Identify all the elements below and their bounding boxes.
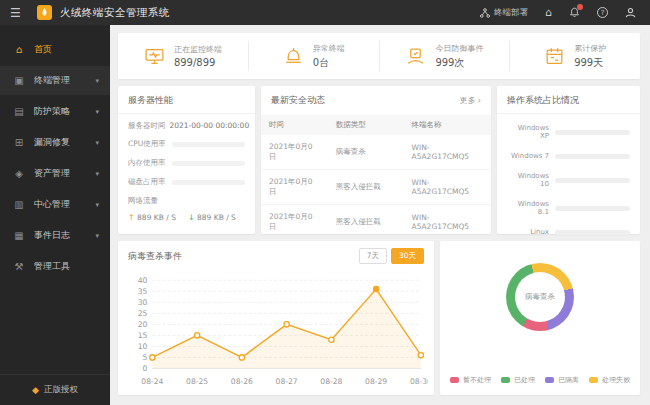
- more-link[interactable]: 更多 ›: [460, 95, 481, 106]
- panel-title: 操作系统占比情况: [497, 86, 640, 114]
- topbar-actions: 终端部署 ⌂ ?: [480, 7, 650, 19]
- legend-color-chip: [450, 377, 459, 383]
- stat-label: 今日防御事件: [435, 43, 483, 54]
- log-icon: ▦: [13, 230, 25, 241]
- chevron-down-icon: ▾: [95, 77, 99, 85]
- svg-text:30: 30: [138, 298, 148, 307]
- svg-text:35: 35: [138, 287, 148, 296]
- security-feed-table: 时间 数据类型 终端名称 2021年0月0日 病毒查杀 WIN-A5A2G17C…: [261, 115, 491, 240]
- main-content: 正在监控终端899/899 异常终端0台 今日防御事件999次 累计保护999天…: [110, 25, 650, 405]
- tools-icon: ⚒: [13, 261, 25, 272]
- stat-value: 999天: [574, 56, 606, 70]
- stat-defense-events: 今日防御事件999次: [380, 41, 511, 71]
- svg-text:40: 40: [138, 276, 148, 285]
- svg-text:08-27: 08-27: [276, 377, 298, 386]
- donut-chart: 病毒查杀: [506, 263, 574, 331]
- upload-arrow-icon: ↑: [128, 213, 135, 222]
- topbar: ☰ 火绒终端安全管理系统 终端部署 ⌂ ?: [0, 0, 650, 25]
- calendar-icon: [544, 46, 565, 67]
- server-time-value: 2021-00-00 00:00:00: [170, 121, 250, 131]
- sidebar: ⌂ 首页 ▣ 终端管理 ▾ ▤ 防护策略 ▾ ⊞ 漏洞修复 ▾ ◈ 资产管理 ▾…: [0, 25, 110, 405]
- donut-center-label: 病毒查杀: [525, 292, 555, 302]
- download-speed: ↓ 889 KB / S: [188, 213, 236, 222]
- panel-title: 最新安全动态: [271, 94, 325, 107]
- svg-text:08-29: 08-29: [365, 377, 387, 386]
- security-feed-panel: 最新安全动态 更多 › 时间 数据类型 终端名称 2021年0月0日: [261, 86, 491, 234]
- stat-abnormal-terminals: 异常终端0台: [249, 41, 380, 71]
- sidebar-item-asset-management[interactable]: ◈ 资产管理 ▾: [0, 159, 110, 188]
- sidebar-item-label: 资产管理: [34, 167, 70, 180]
- sidebar-item-label: 首页: [34, 43, 52, 56]
- license-badge[interactable]: ◆ 正版授权: [0, 374, 110, 396]
- stat-value: 899/899: [174, 57, 222, 68]
- alarm-icon: [283, 46, 304, 67]
- legend-color-chip: [589, 377, 598, 383]
- home-icon[interactable]: ⌂: [545, 7, 552, 18]
- chevron-down-icon: ▾: [95, 170, 99, 178]
- legend-color-chip: [545, 377, 554, 383]
- asset-icon: ◈: [13, 168, 25, 179]
- menu-icon[interactable]: ☰: [0, 6, 31, 20]
- user-icon[interactable]: [625, 7, 636, 18]
- stats-bar: 正在监控终端899/899 异常终端0台 今日防御事件999次 累计保护999天: [118, 33, 640, 79]
- network-traffic-label: 网络流量: [128, 196, 245, 206]
- stat-value: 999次: [435, 56, 483, 70]
- table-row[interactable]: 2021年0月0日 黑客入侵拦截 WIN-A5A2G17CMQ5: [261, 205, 491, 240]
- sidebar-item-label: 中心管理: [34, 198, 70, 211]
- notification-bell-icon[interactable]: [569, 7, 580, 18]
- app-logo-icon: [37, 5, 52, 20]
- table-row[interactable]: 2021年0月0日 病毒查杀 WIN-A5A2G17CMQ5: [261, 135, 491, 170]
- shield-defense-icon: [405, 46, 426, 67]
- help-icon[interactable]: ?: [597, 7, 608, 18]
- license-label: 正版授权: [44, 384, 78, 396]
- panel-title: 病毒查杀事件: [128, 250, 182, 263]
- policy-icon: ▤: [13, 106, 25, 117]
- sidebar-item-label: 防护策略: [34, 105, 70, 118]
- chevron-down-icon: ▾: [95, 232, 99, 240]
- monitor-pulse-icon: [144, 46, 165, 67]
- sidebar-item-label: 终端管理: [34, 74, 70, 87]
- os-bar-windows-8-1: Windows 8.1: [507, 200, 630, 216]
- app-title: 火绒终端安全管理系统: [60, 6, 170, 20]
- table-row[interactable]: 2021年0月0日 黑客入侵拦截 WIN-A5A2G17CMQ5: [261, 170, 491, 205]
- panel-title: 服务器性能: [118, 86, 255, 114]
- terminal-deploy-button[interactable]: 终端部署: [480, 7, 528, 19]
- sidebar-item-home[interactable]: ⌂ 首页: [0, 35, 110, 64]
- sidebar-item-vulnerability-fix[interactable]: ⊞ 漏洞修复 ▾: [0, 128, 110, 157]
- legend-item-handled: 已处理: [501, 375, 535, 385]
- legend-color-chip: [501, 377, 510, 383]
- svg-text:25: 25: [138, 309, 148, 318]
- sidebar-item-center-management[interactable]: ▥ 中心管理 ▾: [0, 190, 110, 219]
- svg-text:08-24: 08-24: [141, 377, 163, 386]
- sidebar-item-protection-policy[interactable]: ▤ 防护策略 ▾: [0, 97, 110, 126]
- legend-item-quarantined: 已隔离: [545, 375, 579, 385]
- license-gem-icon: ◆: [32, 385, 39, 395]
- stat-monitored-terminals: 正在监控终端899/899: [118, 41, 249, 71]
- os-distribution-panel: 操作系统占比情况 Windows XP Windows 7 Windows 10: [497, 86, 640, 234]
- virus-events-panel: 病毒查杀事件 7天 30天 051015202530354008-2408-25…: [118, 241, 434, 395]
- stat-label: 累计保护: [574, 43, 606, 54]
- os-bar-windows-xp: Windows XP: [507, 124, 630, 140]
- sidebar-item-event-log[interactable]: ▦ 事件日志 ▾: [0, 221, 110, 250]
- range-30d-button[interactable]: 30天: [391, 248, 424, 264]
- legend-item-pending: 暂不处理: [450, 375, 491, 385]
- sidebar-item-terminal-management[interactable]: ▣ 终端管理 ▾: [0, 66, 110, 95]
- stat-protection-days: 累计保护999天: [510, 41, 640, 71]
- svg-text:08-28: 08-28: [320, 377, 342, 386]
- chevron-down-icon: ▾: [95, 201, 99, 209]
- chevron-down-icon: ▾: [95, 108, 99, 116]
- line-chart: 051015202530354008-2408-2508-2608-2708-2…: [118, 268, 434, 395]
- legend-item-failed: 处理失败: [589, 375, 630, 385]
- server-time-label: 服务器时间: [128, 121, 166, 131]
- column-header-terminal: 终端名称: [404, 115, 491, 135]
- range-7d-button[interactable]: 7天: [359, 248, 387, 264]
- os-bar-windows-7: Windows 7: [507, 152, 630, 160]
- column-header-type: 数据类型: [328, 115, 404, 135]
- sidebar-item-management-tools[interactable]: ⚒ 管理工具: [0, 252, 110, 281]
- stat-value: 0台: [313, 56, 345, 70]
- svg-text:20: 20: [138, 320, 148, 329]
- os-bar-linux: Linux: [507, 228, 630, 236]
- donut-legend: 暂不处理 已处理 已隔离 处理失败: [440, 375, 640, 385]
- svg-text:08-26: 08-26: [231, 377, 253, 386]
- chevron-right-icon: ›: [478, 96, 481, 105]
